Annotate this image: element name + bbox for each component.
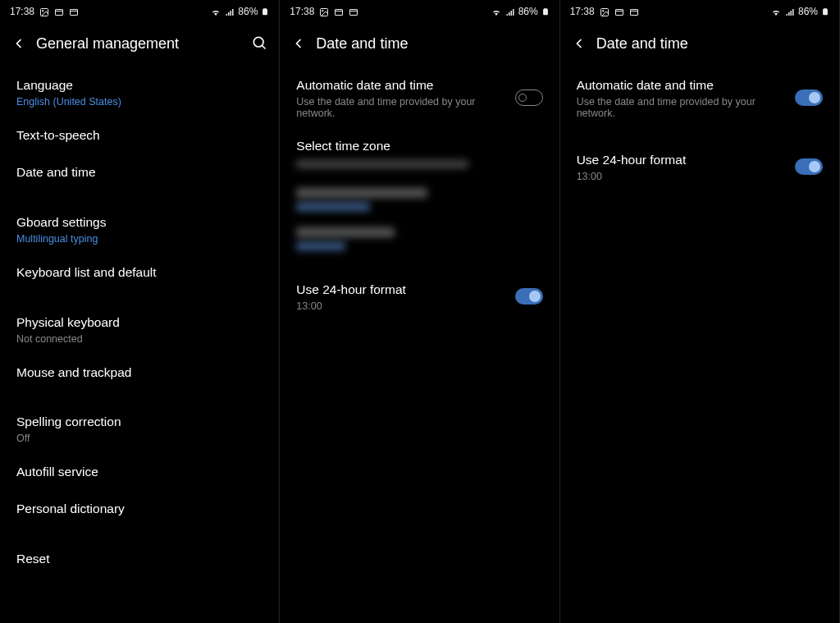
- setting-personal-dictionary[interactable]: Personal dictionary: [0, 491, 279, 528]
- image-icon: [600, 6, 609, 17]
- status-bar: 17:38 86%: [280, 0, 559, 23]
- setting-24-hour-format[interactable]: Use 24-hour format 13:00: [280, 272, 559, 322]
- svg-rect-14: [350, 9, 358, 15]
- header: Date and time: [560, 23, 839, 64]
- signal-icon: [785, 6, 795, 17]
- setting-language[interactable]: Language English (United States): [0, 67, 279, 117]
- battery-icon: [821, 6, 829, 18]
- page-title: Date and time: [316, 35, 549, 53]
- status-left: 17:38: [290, 6, 358, 17]
- screen-general-management: 17:38 86% Gen: [0, 0, 280, 623]
- screen-date-time-auto-on: 17:38 86% Dat: [560, 0, 840, 623]
- item-title: Language: [16, 77, 262, 94]
- svg-rect-4: [71, 9, 78, 15]
- item-title: Personal dictionary: [16, 501, 262, 518]
- svg-rect-22: [630, 9, 637, 15]
- setting-auto-date-time[interactable]: Automatic date and time Use the date and…: [560, 67, 839, 129]
- settings-list: Automatic date and time Use the date and…: [560, 64, 839, 623]
- status-battery-pct: 86%: [518, 6, 538, 17]
- item-title: Gboard settings: [16, 214, 262, 231]
- item-title: Use 24-hour format: [577, 152, 783, 169]
- back-button[interactable]: [10, 34, 28, 53]
- window-icon: [614, 6, 624, 17]
- back-button[interactable]: [290, 34, 308, 53]
- wifi-icon: [491, 6, 502, 17]
- status-bar: 17:38 86%: [0, 0, 279, 23]
- battery-icon: [541, 6, 550, 18]
- redacted-content: [296, 160, 468, 168]
- setting-date-and-time[interactable]: Date and time: [0, 154, 279, 191]
- back-button[interactable]: [570, 34, 588, 53]
- setting-gboard[interactable]: Gboard settings Multilingual typing: [0, 204, 279, 254]
- item-title: Autofill service: [16, 464, 262, 481]
- item-subtitle: Use the date and time provided by your n…: [296, 96, 503, 119]
- toggle-switch[interactable]: [515, 89, 543, 106]
- status-left: 17:38: [10, 6, 79, 17]
- window-icon: [54, 6, 64, 17]
- toggle-switch[interactable]: [515, 288, 543, 305]
- section-select-time-zone[interactable]: Select time zone: [280, 129, 559, 157]
- screen-date-time-auto-off: 17:38 86% Dat: [280, 0, 559, 623]
- svg-rect-7: [262, 9, 267, 15]
- svg-rect-16: [544, 9, 547, 10]
- status-time: 17:38: [10, 6, 34, 17]
- item-subtitle: Not connected: [16, 333, 262, 345]
- svg-rect-25: [823, 9, 828, 15]
- search-button[interactable]: [251, 34, 269, 53]
- setting-24-hour-format[interactable]: Use 24-hour format 13:00: [560, 142, 839, 192]
- setting-spelling-correction[interactable]: Spelling correction Off: [0, 404, 279, 454]
- status-time: 17:38: [570, 6, 595, 17]
- battery-icon: [261, 6, 269, 18]
- item-subtitle: English (United States): [16, 96, 262, 108]
- svg-rect-12: [336, 9, 343, 15]
- settings-list: Language English (United States) Text-to…: [0, 64, 279, 623]
- item-title: Reset: [16, 551, 262, 568]
- header: Date and time: [280, 23, 559, 64]
- svg-line-9: [262, 46, 266, 49]
- status-right: 86%: [770, 6, 829, 18]
- svg-rect-20: [615, 9, 623, 15]
- item-title: Use 24-hour format: [296, 282, 503, 299]
- status-right: 86%: [491, 6, 550, 18]
- status-time: 17:38: [290, 6, 314, 17]
- svg-rect-2: [56, 9, 63, 15]
- svg-rect-17: [543, 9, 548, 15]
- svg-rect-24: [824, 9, 827, 10]
- redacted-row: [280, 219, 559, 259]
- item-title: Date and time: [16, 164, 262, 181]
- setting-physical-keyboard[interactable]: Physical keyboard Not connected: [0, 305, 279, 355]
- window-icon: [69, 6, 79, 17]
- toggle-switch[interactable]: [795, 158, 823, 175]
- svg-point-11: [322, 10, 324, 11]
- setting-keyboard-list[interactable]: Keyboard list and default: [0, 254, 279, 291]
- item-title: Spelling correction: [16, 414, 262, 431]
- setting-text-to-speech[interactable]: Text-to-speech: [0, 117, 279, 154]
- window-icon: [629, 6, 639, 17]
- window-icon: [334, 6, 344, 17]
- setting-reset[interactable]: Reset: [0, 541, 279, 578]
- item-title: Mouse and trackpad: [16, 364, 262, 382]
- wifi-icon: [210, 6, 221, 17]
- status-bar: 17:38 86%: [560, 0, 839, 23]
- svg-point-1: [43, 10, 44, 11]
- setting-autofill[interactable]: Autofill service: [0, 454, 279, 491]
- setting-mouse-trackpad[interactable]: Mouse and trackpad: [0, 355, 279, 392]
- wifi-icon: [770, 6, 782, 17]
- item-title: Physical keyboard: [16, 314, 262, 332]
- setting-auto-date-time[interactable]: Automatic date and time Use the date and…: [280, 67, 559, 129]
- svg-point-19: [602, 10, 604, 11]
- item-subtitle: 13:00: [577, 171, 783, 182]
- item-title: Text-to-speech: [16, 127, 262, 144]
- redacted-row: [280, 180, 559, 219]
- header: General management: [0, 23, 279, 64]
- item-title: Automatic date and time: [296, 77, 503, 94]
- signal-icon: [505, 6, 515, 17]
- item-subtitle: 13:00: [296, 300, 503, 312]
- window-icon: [349, 6, 358, 17]
- toggle-switch[interactable]: [795, 89, 823, 106]
- status-left: 17:38: [570, 6, 639, 17]
- item-title: Automatic date and time: [577, 77, 783, 94]
- item-subtitle: Off: [16, 433, 262, 444]
- item-title: Keyboard list and default: [16, 264, 262, 282]
- status-battery-pct: 86%: [238, 6, 258, 17]
